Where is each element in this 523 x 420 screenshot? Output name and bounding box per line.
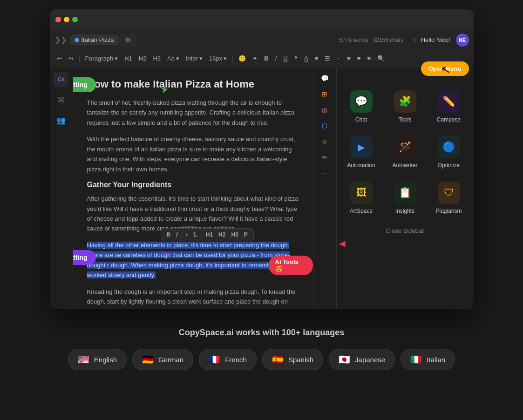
artspace-label: ArtSpace: [350, 208, 373, 214]
bold-button[interactable]: B: [262, 54, 271, 63]
h1-button[interactable]: H1: [122, 54, 135, 63]
menu-item-insights[interactable]: 📋 Insights: [385, 177, 425, 219]
align-right-button[interactable]: ≡: [355, 54, 363, 63]
avatar[interactable]: NE: [456, 34, 469, 47]
file-toolbar: ❯❯ Italian Pizza ⚙ 5779 words 32156 char…: [50, 30, 474, 50]
undo-button[interactable]: ↩: [54, 54, 64, 63]
ai-tools-badge[interactable]: AI Tools 😍: [269, 256, 313, 275]
font-size-dropdown[interactable]: Aa ▾: [165, 54, 182, 63]
search-button[interactable]: 🔍: [375, 54, 387, 63]
french-label: French: [225, 356, 247, 364]
close-button[interactable]: [55, 17, 61, 22]
menu-item-chat[interactable]: 💬 Chat: [341, 86, 381, 128]
arrow-red-icon: ◀: [339, 238, 346, 249]
minimize-button[interactable]: [64, 17, 69, 22]
paragraph-dropdown[interactable]: Paragraph ▾: [83, 54, 121, 63]
french-flag: 🇫🇷: [209, 354, 220, 365]
apps-icon[interactable]: ⋯: [318, 167, 331, 180]
toolbar-divider-2: [232, 54, 233, 63]
main-content: Cs ⌘ 👥 Formatting ➤ How to make Italian …: [50, 67, 474, 309]
brush-icon[interactable]: ◎: [318, 103, 331, 116]
lang-japanese[interactable]: 🇯🇵 Japanese: [329, 349, 395, 370]
sidebar-toggle[interactable]: ❯❯: [54, 35, 67, 44]
italic-button[interactable]: I: [273, 54, 279, 63]
menu-item-compose[interactable]: ✏️ Compose: [429, 86, 469, 128]
file-tab[interactable]: Italian Pizza: [70, 34, 119, 45]
maximize-button[interactable]: [72, 17, 78, 22]
pen-icon[interactable]: ✏: [318, 151, 331, 164]
h3-button[interactable]: H3: [150, 54, 163, 63]
menu-grid: 💬 Chat 🧩 Tools ✏️ Compose ▶ Automation 🪄: [341, 72, 469, 219]
lang-german[interactable]: 🇩🇪 German: [132, 349, 193, 370]
redo-button[interactable]: ↪: [66, 54, 76, 63]
settings-tab-button[interactable]: ⚙: [121, 34, 136, 47]
autowriter-label: Autowriter: [392, 162, 417, 169]
theme-toggle[interactable]: ☽: [410, 36, 416, 44]
inline-p[interactable]: P: [242, 230, 250, 239]
english-flag: 🇺🇸: [78, 354, 89, 365]
link-button[interactable]: A̲: [302, 54, 311, 63]
automation-label: Automation: [347, 162, 375, 169]
english-label: English: [94, 356, 117, 364]
inline-bullet[interactable]: •: [184, 230, 190, 239]
language-pills: 🇺🇸 English 🇩🇪 German 🇫🇷 French 🇪🇸 Spanis…: [0, 349, 523, 370]
lang-english[interactable]: 🇺🇸 English: [68, 349, 127, 370]
formatting-badge-bottom: Formatting: [73, 250, 96, 265]
right-mini-toolbar: 💬 ⊞ ◎ ⬡ ⊕ ✏ ⋯ ◀: [313, 67, 336, 309]
chat-label: Chat: [355, 116, 367, 123]
underline-button[interactable]: U: [281, 54, 290, 63]
menu-item-artspace[interactable]: 🖼 ArtSpace: [341, 177, 381, 219]
inline-divider: [182, 231, 182, 238]
plus-icon[interactable]: ⊕: [318, 135, 331, 148]
grid-icon[interactable]: ⊞: [318, 88, 331, 101]
editor-title: How to make Italian Pizza at Home: [87, 78, 299, 90]
quote-button[interactable]: ❝: [292, 54, 300, 63]
font-family-dropdown[interactable]: Inter ▾: [183, 54, 205, 63]
h2-button[interactable]: H2: [136, 54, 149, 63]
lang-french[interactable]: 🇫🇷 French: [199, 349, 257, 370]
menu-item-plagiarism[interactable]: 🛡 Plagiarism: [429, 177, 469, 219]
inline-num[interactable]: 1.: [191, 230, 200, 239]
automation-icon: ▶: [350, 136, 373, 158]
user-greeting: Hello Nico!: [421, 36, 450, 43]
optimize-label: Optimize: [438, 162, 460, 169]
menu-item-autowriter[interactable]: 🪄 Autowriter: [385, 131, 425, 173]
inline-h3[interactable]: H3: [229, 230, 240, 239]
menu-item-automation[interactable]: ▶ Automation: [341, 131, 381, 173]
inline-bold[interactable]: B: [165, 230, 173, 239]
magic-button[interactable]: ✦: [250, 54, 260, 63]
insights-label: Insights: [395, 208, 414, 214]
japanese-label: Japanese: [355, 356, 385, 364]
menu-item-tools[interactable]: 🧩 Tools: [385, 86, 425, 128]
autowriter-icon: 🪄: [394, 136, 416, 158]
spanish-label: Spanish: [288, 356, 313, 364]
editor-area[interactable]: Formatting ➤ How to make Italian Pizza a…: [73, 67, 313, 309]
inline-h2[interactable]: H2: [217, 230, 227, 239]
italian-flag: 🇮🇹: [410, 354, 422, 365]
align-left-button[interactable]: ⬝: [334, 54, 343, 63]
inline-toolbar: B I • 1. H1 H2 H3 P: [161, 228, 254, 241]
lang-spanish[interactable]: 🇪🇸 Spanish: [262, 349, 323, 370]
sidebar-nav-icon[interactable]: ⌘: [54, 92, 68, 107]
plagiarism-label: Plagiarism: [435, 208, 462, 214]
comment-icon[interactable]: 💬: [318, 72, 331, 85]
editor-selected-para: Having all the other elements in place, …: [87, 240, 299, 280]
emoji-button[interactable]: 🙂: [236, 54, 248, 63]
tag-icon[interactable]: ⬡: [318, 119, 331, 132]
font-size-num-dropdown[interactable]: 16px ▾: [207, 54, 229, 63]
close-sidebar-button[interactable]: Close Sidebar: [341, 224, 469, 238]
bullet-button[interactable]: ≡: [312, 54, 321, 63]
editor-para-1: The smell of hot, freshly-baked pizza wa…: [87, 98, 299, 128]
inline-h1[interactable]: H1: [204, 230, 215, 239]
inline-divider-2: [202, 231, 202, 238]
traffic-lights: [55, 17, 78, 22]
inline-italic[interactable]: I: [174, 230, 179, 239]
num-list-button[interactable]: ☰: [322, 54, 333, 63]
lang-italian[interactable]: 🇮🇹 Italian: [401, 349, 455, 370]
align-justify-button[interactable]: ≡: [365, 54, 373, 63]
align-center-button[interactable]: ≡: [345, 54, 353, 63]
menu-item-optimize[interactable]: 🔵 Optimize: [429, 131, 469, 173]
editor-para-3: After gathering the essentials, it's tim…: [87, 194, 299, 234]
sidebar-users-icon[interactable]: 👥: [54, 113, 68, 128]
cs-logo[interactable]: Cs: [54, 72, 68, 87]
